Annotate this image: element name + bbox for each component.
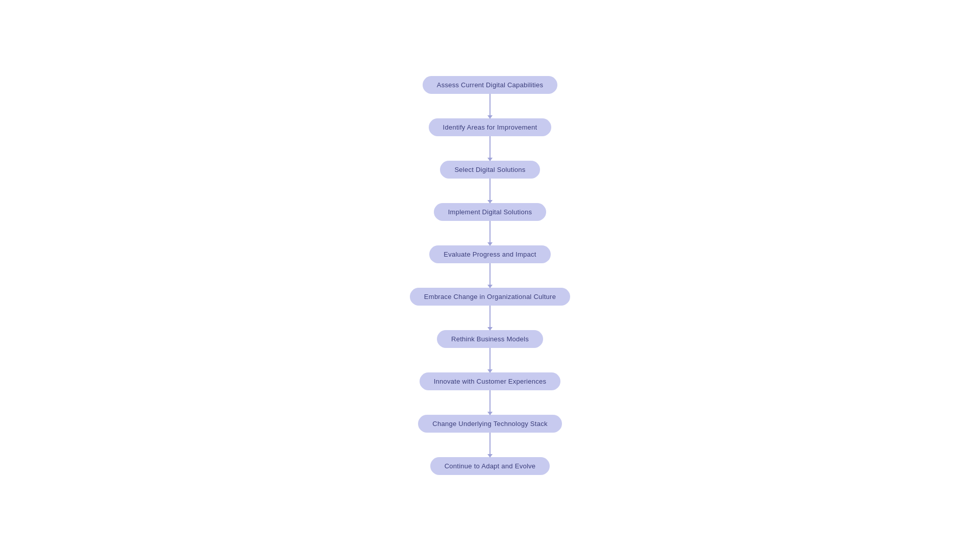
connector-3 — [489, 179, 491, 203]
connector-1 — [489, 94, 491, 118]
connector-9 — [489, 433, 491, 457]
connector-6 — [489, 306, 491, 330]
node-implement-solutions: Implement Digital Solutions — [434, 203, 547, 221]
node-continue-adapt: Continue to Adapt and Evolve — [430, 457, 550, 475]
connector-5 — [489, 263, 491, 288]
node-assess-current: Assess Current Digital Capabilities — [423, 76, 558, 94]
node-change-technology: Change Underlying Technology Stack — [418, 415, 561, 433]
flowchart: Assess Current Digital Capabilities Iden… — [410, 76, 570, 475]
node-innovate-customer: Innovate with Customer Experiences — [420, 372, 561, 390]
node-identify-areas: Identify Areas for Improvement — [429, 118, 552, 136]
node-select-solutions: Select Digital Solutions — [440, 161, 540, 179]
connector-2 — [489, 136, 491, 161]
connector-8 — [489, 390, 491, 415]
connector-7 — [489, 348, 491, 372]
node-evaluate-progress: Evaluate Progress and Impact — [429, 245, 550, 263]
connector-4 — [489, 221, 491, 245]
node-embrace-change: Embrace Change in Organizational Culture — [410, 288, 570, 306]
node-rethink-business: Rethink Business Models — [437, 330, 543, 348]
